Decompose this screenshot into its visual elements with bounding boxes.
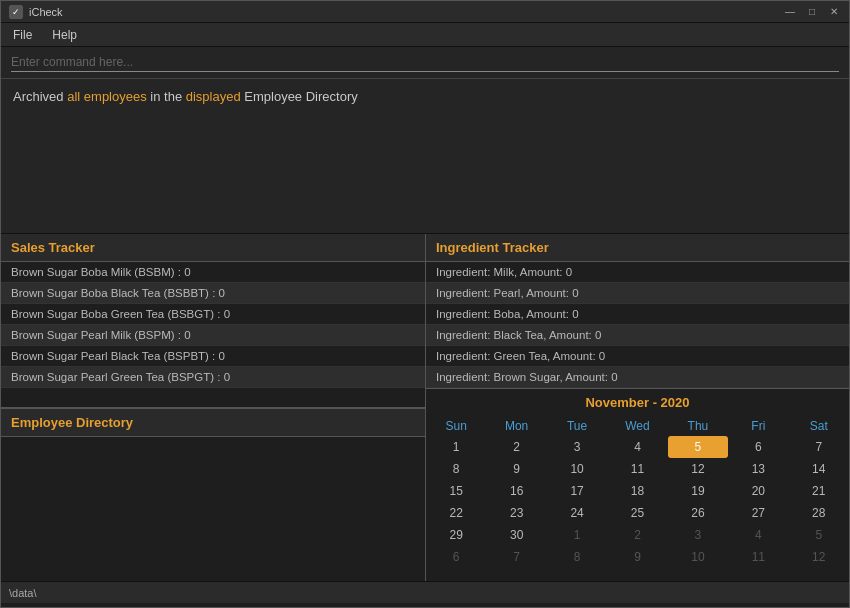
right-panel: Ingredient Tracker Ingredient: Milk, Amo… [426, 234, 849, 581]
titlebar: ✓ iCheck — □ ✕ [1, 1, 849, 23]
calendar-day-header: Mon [486, 416, 546, 436]
calendar-day-header: Tue [547, 416, 607, 436]
panels: Sales Tracker Brown Sugar Boba Milk (BSB… [1, 234, 849, 581]
calendar-day-header: Fri [728, 416, 788, 436]
calendar-table: SunMonTueWedThuFriSat 123456789101112131… [426, 416, 849, 568]
ingredient-tracker-row: Ingredient: Brown Sugar, Amount: 0 [426, 367, 849, 388]
calendar-day-cell[interactable]: 12 [789, 546, 849, 568]
close-button[interactable]: ✕ [827, 5, 841, 19]
calendar-day-cell[interactable]: 5 [668, 436, 728, 458]
help-menu[interactable]: Help [48, 26, 81, 44]
ingredient-tracker-row: Ingredient: Boba, Amount: 0 [426, 304, 849, 325]
calendar-day-cell[interactable]: 6 [426, 546, 486, 568]
sales-tracker-header: Sales Tracker [1, 234, 425, 262]
calendar-day-cell[interactable]: 8 [426, 458, 486, 480]
calendar-day-cell[interactable]: 28 [789, 502, 849, 524]
titlebar-left: ✓ iCheck [9, 5, 63, 19]
calendar-tbody: 1234567891011121314151617181920212223242… [426, 436, 849, 568]
output-middle: in the [147, 89, 186, 104]
calendar-day-cell[interactable]: 1 [547, 524, 607, 546]
calendar-day-cell[interactable]: 23 [486, 502, 546, 524]
calendar-day-cell[interactable]: 10 [668, 546, 728, 568]
calendar-day-cell[interactable]: 1 [426, 436, 486, 458]
output-after: Employee Directory [241, 89, 358, 104]
sales-tracker-row: Brown Sugar Boba Green Tea (BSBGT) : 0 [1, 304, 425, 325]
calendar-day-cell[interactable]: 10 [547, 458, 607, 480]
calendar-day-cell[interactable]: 7 [789, 436, 849, 458]
calendar-day-header: Sat [789, 416, 849, 436]
calendar-title: November - 2020 [426, 389, 849, 416]
calendar-day-cell[interactable]: 3 [547, 436, 607, 458]
calendar-day-cell[interactable]: 9 [486, 458, 546, 480]
calendar-day-cell[interactable]: 11 [607, 458, 667, 480]
calendar-day-cell[interactable]: 19 [668, 480, 728, 502]
calendar-day-cell[interactable]: 2 [607, 524, 667, 546]
ingredient-tracker-header: Ingredient Tracker [426, 234, 849, 262]
ingredient-tracker: Ingredient Tracker Ingredient: Milk, Amo… [426, 234, 849, 389]
sales-tracker-row: Brown Sugar Pearl Green Tea (BSPGT) : 0 [1, 367, 425, 388]
calendar-day-cell[interactable]: 9 [607, 546, 667, 568]
calendar-day-cell[interactable]: 25 [607, 502, 667, 524]
calendar-day-cell[interactable]: 4 [728, 524, 788, 546]
command-input[interactable] [11, 53, 839, 72]
calendar-day-cell[interactable]: 5 [789, 524, 849, 546]
output-text: Archived all employees in the displayed … [13, 89, 837, 104]
calendar-day-header: Thu [668, 416, 728, 436]
ingredient-tracker-row: Ingredient: Black Tea, Amount: 0 [426, 325, 849, 346]
titlebar-controls: — □ ✕ [783, 5, 841, 19]
sales-tracker-row: Brown Sugar Pearl Milk (BSPM) : 0 [1, 325, 425, 346]
ingredient-tracker-row: Ingredient: Pearl, Amount: 0 [426, 283, 849, 304]
calendar-day-cell[interactable]: 20 [728, 480, 788, 502]
output-before: Archived [13, 89, 67, 104]
ingredient-tracker-rows: Ingredient: Milk, Amount: 0Ingredient: P… [426, 262, 849, 388]
ingredient-tracker-row: Ingredient: Milk, Amount: 0 [426, 262, 849, 283]
calendar-day-cell[interactable]: 12 [668, 458, 728, 480]
calendar-day-cell[interactable]: 3 [668, 524, 728, 546]
ingredient-tracker-row: Ingredient: Green Tea, Amount: 0 [426, 346, 849, 367]
calendar: November - 2020 SunMonTueWedThuFriSat 12… [426, 389, 849, 581]
calendar-day-cell[interactable]: 6 [728, 436, 788, 458]
calendar-day-cell[interactable]: 18 [607, 480, 667, 502]
calendar-day-cell[interactable]: 27 [728, 502, 788, 524]
left-panel: Sales Tracker Brown Sugar Boba Milk (BSB… [1, 234, 426, 581]
app-title: iCheck [29, 6, 63, 18]
calendar-day-cell[interactable]: 16 [486, 480, 546, 502]
maximize-button[interactable]: □ [805, 5, 819, 19]
calendar-day-cell[interactable]: 7 [486, 546, 546, 568]
output-area: Archived all employees in the displayed … [1, 79, 849, 234]
calendar-day-cell[interactable]: 4 [607, 436, 667, 458]
menubar: File Help [1, 23, 849, 47]
sales-tracker-row: Brown Sugar Boba Black Tea (BSBBT) : 0 [1, 283, 425, 304]
calendar-day-cell[interactable]: 13 [728, 458, 788, 480]
sales-tracker-row: Brown Sugar Pearl Black Tea (BSPBT) : 0 [1, 346, 425, 367]
calendar-day-cell[interactable]: 11 [728, 546, 788, 568]
calendar-day-cell[interactable]: 2 [486, 436, 546, 458]
calendar-day-cell[interactable]: 24 [547, 502, 607, 524]
calendar-day-cell[interactable]: 15 [426, 480, 486, 502]
statusbar: \data\ [1, 581, 849, 603]
calendar-day-cell[interactable]: 8 [547, 546, 607, 568]
calendar-thead: SunMonTueWedThuFriSat [426, 416, 849, 436]
calendar-day-cell[interactable]: 26 [668, 502, 728, 524]
app-icon: ✓ [9, 5, 23, 19]
calendar-day-cell[interactable]: 29 [426, 524, 486, 546]
calendar-day-cell[interactable]: 21 [789, 480, 849, 502]
calendar-day-cell[interactable]: 30 [486, 524, 546, 546]
calendar-day-header: Sun [426, 416, 486, 436]
output-highlight2: displayed [186, 89, 241, 104]
calendar-day-header: Wed [607, 416, 667, 436]
calendar-day-cell[interactable]: 14 [789, 458, 849, 480]
calendar-day-cell[interactable]: 22 [426, 502, 486, 524]
status-path: \data\ [9, 587, 37, 599]
minimize-button[interactable]: — [783, 5, 797, 19]
employee-directory: Employee Directory [1, 408, 425, 581]
calendar-day-cell[interactable]: 17 [547, 480, 607, 502]
commandbar [1, 47, 849, 79]
app-window: ✓ iCheck — □ ✕ File Help Archived all em… [0, 0, 850, 608]
sales-tracker-rows: Brown Sugar Boba Milk (BSBM) : 0Brown Su… [1, 262, 425, 388]
output-highlight1: all employees [67, 89, 147, 104]
sales-tracker-row: Brown Sugar Boba Milk (BSBM) : 0 [1, 262, 425, 283]
file-menu[interactable]: File [9, 26, 36, 44]
sales-tracker: Sales Tracker Brown Sugar Boba Milk (BSB… [1, 234, 425, 408]
employee-directory-header: Employee Directory [1, 408, 425, 437]
